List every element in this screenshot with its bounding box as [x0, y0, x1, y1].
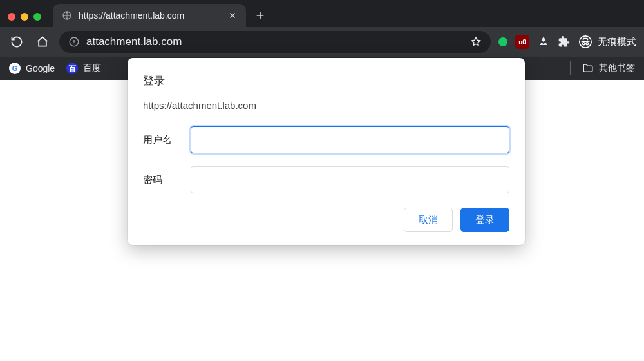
password-label: 密码 — [143, 174, 178, 186]
home-icon[interactable] — [33, 33, 52, 51]
address-bar[interactable]: attachment.lab.com — [59, 31, 491, 53]
bookmark-baidu[interactable]: 百 百度 — [66, 63, 101, 74]
ublock-icon[interactable]: u0 — [515, 35, 529, 49]
dialog-actions: 取消 登录 — [143, 208, 509, 232]
svg-point-3 — [580, 36, 591, 48]
username-input[interactable] — [191, 126, 509, 153]
login-button-label: 登录 — [475, 214, 495, 226]
divider — [570, 61, 571, 75]
incognito-icon — [578, 35, 592, 49]
url-text: attachment.lab.com — [86, 35, 464, 48]
svg-point-2 — [73, 44, 75, 45]
bookmark-label: 百度 — [83, 63, 101, 74]
other-bookmarks[interactable]: 其他书签 — [582, 63, 635, 74]
window-controls — [5, 13, 48, 27]
folder-icon — [582, 63, 594, 74]
bookmark-google[interactable]: G Google — [9, 63, 55, 74]
cancel-button[interactable]: 取消 — [404, 208, 453, 232]
password-input[interactable] — [191, 166, 509, 193]
baidu-icon: 百 — [66, 63, 78, 74]
traffic-light-close-icon[interactable] — [8, 13, 15, 21]
dialog-origin: https://attachment.lab.com — [143, 100, 509, 111]
password-field-row: 密码 — [143, 166, 509, 193]
page-viewport: 登录 https://attachment.lab.com 用户名 密码 取消 … — [0, 80, 644, 361]
tab-strip: https://attachment.lab.com — [0, 0, 644, 27]
new-tab-button[interactable] — [251, 6, 269, 24]
incognito-label: 无痕模式 — [598, 36, 636, 48]
username-label: 用户名 — [143, 134, 178, 146]
traffic-light-zoom-icon[interactable] — [33, 13, 41, 21]
bookmark-star-icon[interactable] — [470, 36, 482, 48]
extension-status-icon[interactable] — [498, 37, 507, 46]
tab-title: https://attachment.lab.com — [79, 10, 222, 21]
cancel-button-label: 取消 — [419, 214, 438, 226]
globe-icon — [62, 10, 72, 21]
browser-tab[interactable]: https://attachment.lab.com — [53, 4, 246, 27]
dialog-title: 登录 — [143, 73, 509, 88]
svg-point-5 — [586, 43, 589, 45]
svg-point-4 — [582, 43, 585, 45]
other-bookmarks-label: 其他书签 — [599, 63, 635, 74]
incognito-indicator[interactable]: 无痕模式 — [578, 35, 636, 49]
tab-close-icon[interactable] — [228, 11, 237, 20]
toolbar: attachment.lab.com u0 无痕模式 — [0, 27, 644, 57]
reload-icon[interactable] — [8, 33, 26, 51]
bookmark-label: Google — [26, 63, 55, 73]
extension-devtools-icon[interactable] — [537, 35, 550, 48]
username-field-row: 用户名 — [143, 126, 509, 153]
login-button[interactable]: 登录 — [460, 208, 509, 232]
http-auth-dialog: 登录 https://attachment.lab.com 用户名 密码 取消 … — [128, 58, 525, 245]
google-icon: G — [9, 63, 21, 74]
site-info-icon[interactable] — [68, 36, 80, 48]
extensions-puzzle-icon[interactable] — [558, 35, 571, 48]
traffic-light-minimize-icon[interactable] — [21, 13, 28, 21]
